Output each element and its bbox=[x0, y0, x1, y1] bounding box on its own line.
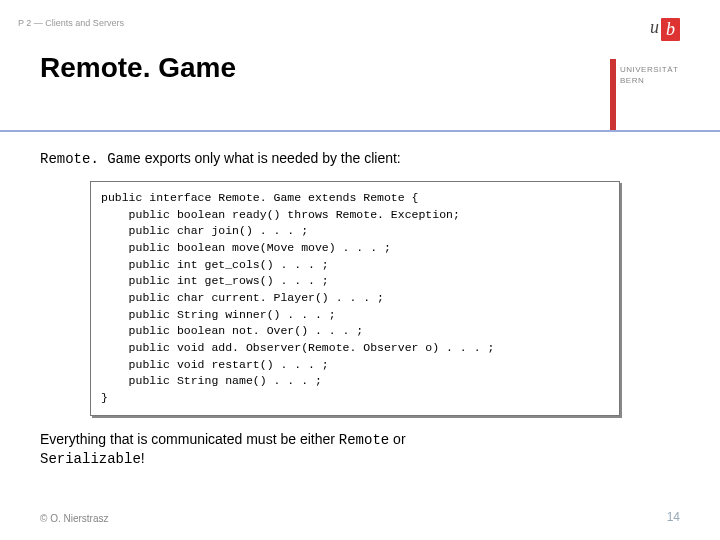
outro-text: Everything that is communicated must be … bbox=[40, 430, 680, 468]
university-name-line1: UNIVERSITÄT bbox=[620, 65, 678, 74]
university-name-line2: BERN bbox=[620, 76, 644, 85]
outro-after: ! bbox=[141, 450, 145, 466]
code-block: public interface Remote. Game extends Re… bbox=[90, 181, 620, 416]
content-area: Remote. Game exports only what is needed… bbox=[40, 150, 680, 468]
footer-copyright: © O. Nierstrasz bbox=[40, 513, 109, 524]
outro-before: Everything that is communicated must be … bbox=[40, 431, 339, 447]
university-logo: u b UNIVERSITÄT BERN bbox=[610, 0, 720, 130]
intro-code: Remote. Game bbox=[40, 151, 141, 167]
outro-code-serializable: Serializable bbox=[40, 451, 141, 467]
logo-u-letter: u bbox=[650, 18, 659, 36]
university-name: UNIVERSITÄT BERN bbox=[620, 64, 678, 86]
page-title: Remote. Game bbox=[40, 52, 236, 84]
outro-code-remote: Remote bbox=[339, 432, 389, 448]
intro-text: Remote. Game exports only what is needed… bbox=[40, 150, 680, 167]
header: P 2 — Clients and Servers Remote. Game u… bbox=[0, 0, 720, 130]
outro-mid: or bbox=[389, 431, 405, 447]
horizontal-rule bbox=[0, 130, 720, 132]
logo-red-strip bbox=[610, 59, 616, 130]
breadcrumb: P 2 — Clients and Servers bbox=[18, 18, 124, 28]
logo-b-letter: b bbox=[661, 18, 680, 41]
intro-rest: exports only what is needed by the clien… bbox=[141, 150, 401, 166]
page-number: 14 bbox=[667, 510, 680, 524]
logo-letters: u b bbox=[610, 0, 720, 41]
